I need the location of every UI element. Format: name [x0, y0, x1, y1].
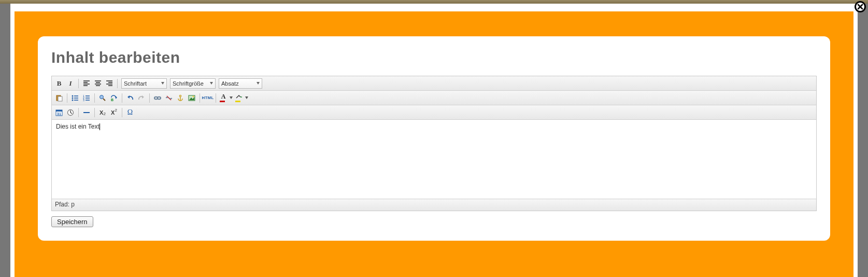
anchor-button[interactable] [175, 93, 186, 103]
find-button[interactable] [97, 93, 108, 103]
svg-line-34 [167, 96, 171, 100]
special-character-button[interactable]: Ω [125, 107, 135, 118]
background-color-button[interactable] [234, 93, 244, 103]
separator [149, 93, 150, 103]
ordered-list-button[interactable]: 123 [81, 93, 92, 103]
svg-rect-41 [56, 110, 62, 112]
editor-dialog: Inhalt bearbeiten B I [38, 36, 830, 241]
separator [200, 93, 200, 103]
background-color-dropdown[interactable] [245, 93, 249, 103]
toolbar-row-3: 31 X2 X2 [52, 105, 816, 120]
separator [122, 108, 122, 117]
svg-point-33 [158, 96, 161, 99]
font-size-select[interactable]: Schriftgröße [170, 78, 216, 89]
bold-button[interactable]: B [54, 78, 64, 89]
font-family-label: Schriftart [124, 80, 147, 87]
svg-rect-13 [58, 96, 62, 101]
paste-button[interactable] [54, 93, 64, 103]
align-right-button[interactable] [104, 78, 115, 89]
separator [117, 79, 118, 88]
separator [94, 93, 95, 103]
editor-text: Dies ist ein Text [56, 123, 99, 130]
svg-text:3: 3 [83, 99, 84, 101]
svg-line-27 [103, 99, 105, 101]
subscript-button[interactable]: X2 [97, 107, 108, 118]
image-button[interactable] [187, 93, 197, 103]
svg-text:B: B [111, 98, 113, 102]
text-color-dropdown[interactable] [229, 93, 233, 103]
superscript-button[interactable]: X2 [109, 107, 119, 118]
block-format-label: Absatz [221, 80, 239, 87]
separator [78, 79, 79, 88]
path-indicator[interactable]: Pfad: p [55, 201, 75, 208]
svg-point-35 [179, 95, 181, 96]
text-caret [99, 123, 100, 130]
font-family-select[interactable]: Schriftart [121, 78, 167, 89]
undo-button[interactable] [125, 93, 135, 103]
text-color-button[interactable]: A [219, 93, 228, 103]
italic-button[interactable]: I [65, 78, 76, 89]
svg-point-15 [72, 97, 74, 99]
link-button[interactable] [152, 93, 163, 103]
align-center-button[interactable] [93, 78, 103, 89]
rich-text-editor: B I Schriftart Schriftgröße Absat [51, 76, 817, 211]
block-format-select[interactable]: Absatz [219, 78, 262, 89]
page-title: Inhalt bearbeiten [51, 49, 817, 66]
horizontal-rule-button[interactable] [81, 107, 92, 118]
svg-point-26 [100, 95, 104, 99]
svg-marker-28 [116, 96, 117, 99]
find-replace-button[interactable]: B [109, 93, 119, 103]
svg-rect-46 [83, 112, 90, 113]
close-dialog-button[interactable] [855, 1, 866, 12]
svg-point-16 [72, 99, 74, 101]
editor-statusbar: Pfad: p [52, 199, 816, 211]
font-size-label: Schriftgröße [173, 80, 204, 87]
svg-point-39 [193, 95, 194, 97]
svg-text:31: 31 [57, 112, 61, 116]
svg-marker-31 [142, 95, 144, 99]
unordered-list-button[interactable] [70, 93, 80, 103]
html-source-button[interactable]: HTML [203, 93, 213, 103]
insert-time-button[interactable] [65, 107, 76, 118]
close-icon [857, 4, 863, 10]
align-left-button[interactable] [81, 78, 92, 89]
toolbar-row-1: B I Schriftart Schriftgröße Absat [52, 76, 816, 91]
separator [67, 93, 67, 103]
separator [78, 108, 79, 117]
toolbar-row-2: 123 B [52, 91, 816, 105]
redo-button[interactable] [136, 93, 147, 103]
separator [216, 93, 216, 103]
editor-content-area[interactable]: Dies ist ein Text [52, 120, 816, 199]
unlink-button[interactable] [164, 93, 174, 103]
svg-point-14 [72, 95, 74, 96]
separator [122, 93, 122, 103]
separator [94, 108, 95, 117]
svg-marker-30 [127, 95, 130, 99]
save-button[interactable]: Speichern [51, 216, 93, 227]
insert-date-button[interactable]: 31 [54, 107, 64, 118]
